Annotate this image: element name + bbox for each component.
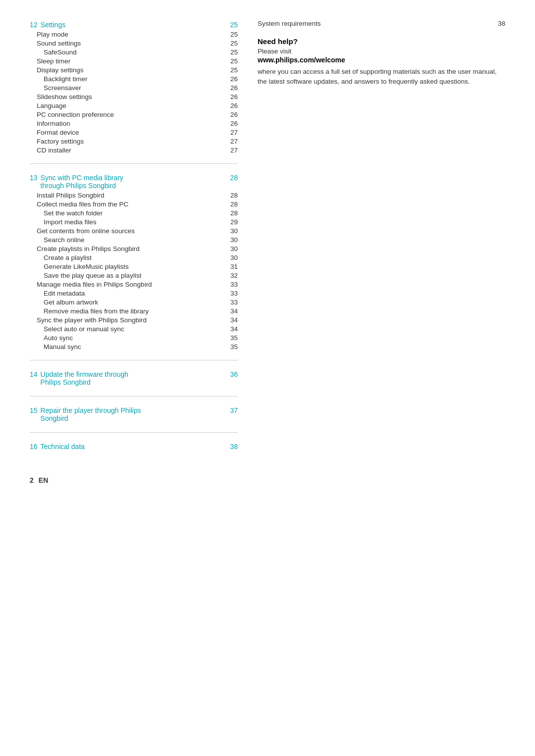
page-layout: 12 Settings 25 Play mode 25 Sound settin… [30,20,505,452]
toc-item-create-playlist: Create a playlist 30 [30,253,238,262]
toc-section-13: 13 Sync with PC media library through Ph… [30,173,238,351]
need-help-please: Please visit [258,48,505,55]
toc-item-manual-sync: Manual sync 35 [30,342,238,351]
toc-item-watch-folder: Set the watch folder 28 [30,208,238,217]
section-15-title: Repair the player through Philips Songbi… [41,406,223,422]
toc-item-select-sync: Select auto or manual sync 34 [30,324,238,333]
system-requirements-page: 38 [490,20,505,27]
section-14-header: 14 Update the firmware through Philips S… [30,369,238,387]
section-12-title: Settings [41,21,223,29]
toc-section-14: 14 Update the firmware through Philips S… [30,369,238,387]
need-help-title: Need help? [258,37,505,46]
section-13-num: 13 [30,174,38,182]
need-help-description: where you can access a full set of suppo… [258,67,505,87]
toc-item-online-sources: Get contents from online sources 30 [30,226,238,235]
toc-item-backlight-timer: Backlight timer 26 [30,74,238,83]
page-footer: 2 EN [30,471,505,484]
system-requirements-label: System requirements [258,20,490,27]
divider-12-13 [30,163,238,164]
toc-item-remove-media: Remove media files from the library 34 [30,306,238,315]
section-15-header: 15 Repair the player through Philips Son… [30,405,238,423]
toc-item-language: Language 26 [30,101,238,110]
toc-item-slideshow: Slideshow settings 26 [30,92,238,101]
section-14-num: 14 [30,370,38,378]
divider-15-16 [30,432,238,433]
toc-item-manage-media: Manage media files in Philips Songbird 3… [30,280,238,289]
toc-item-pc-connection: PC connection preference 26 [30,110,238,119]
toc-item-edit-metadata: Edit metadata 33 [30,289,238,298]
toc-item-play-mode: Play mode 25 [30,30,238,39]
section-12-num: 12 [30,21,38,29]
section-12-header: 12 Settings 25 [30,20,238,30]
toc-item-album-artwork: Get album artwork 33 [30,298,238,306]
section-14-page: 36 [223,370,238,378]
toc-section-16: 16 Technical data 38 [30,442,238,452]
toc-item-create-playlists: Create playlists in Philips Songbird 30 [30,244,238,253]
section-16-header: 16 Technical data 38 [30,442,238,452]
toc-item-save-play-queue: Save the play queue as a playlist 32 [30,271,238,280]
section-16-num: 16 [30,443,38,451]
divider-14-15 [30,396,238,397]
section-15-page: 37 [223,406,238,414]
section-14-title: Update the firmware through Philips Song… [41,370,223,386]
section-13-title: Sync with PC media library through Phili… [41,174,223,190]
footer-language: EN [39,476,48,484]
toc-item-search-online: Search online 30 [30,235,238,244]
section-13-header: 13 Sync with PC media library through Ph… [30,173,238,191]
toc-item-sleep-timer: Sleep timer 25 [30,56,238,65]
toc-item-information: Information 26 [30,119,238,128]
toc-item-safesound: SafeSound 25 [30,48,238,56]
section-16-page: 38 [223,443,238,451]
system-requirements-entry: System requirements 38 [258,20,505,27]
section-16-title: Technical data [41,443,223,451]
toc-section-12: 12 Settings 25 Play mode 25 Sound settin… [30,20,238,154]
toc-item-screensaver: Screensaver 26 [30,83,238,92]
toc-item-sync-player: Sync the player with Philips Songbird 34 [30,315,238,324]
footer-page-number: 2 [30,476,34,484]
toc-item-display-settings: Display settings 25 [30,65,238,74]
section-12-page: 25 [223,21,238,29]
section-15-num: 15 [30,406,38,414]
toc-section-15: 15 Repair the player through Philips Son… [30,405,238,423]
toc-item-format-device: Format device 27 [30,128,238,137]
right-column: System requirements 38 Need help? Please… [258,20,505,452]
toc-item-factory-settings: Factory settings 27 [30,137,238,146]
toc-item-sound-settings: Sound settings 25 [30,39,238,48]
toc-item-generate-likemusic: Generate LikeMusic playlists 31 [30,262,238,271]
section-13-page: 28 [223,174,238,182]
divider-13-14 [30,360,238,360]
toc-item-cd-installer: CD installer 27 [30,146,238,154]
left-column: 12 Settings 25 Play mode 25 Sound settin… [30,20,238,452]
toc-item-install-songbird: Install Philips Songbird 28 [30,191,238,200]
need-help-section: Need help? Please visit www.philips.com/… [258,37,505,87]
toc-item-collect-media: Collect media files from the PC 28 [30,200,238,208]
need-help-url: www.philips.com/welcome [258,56,505,64]
toc-item-import-media: Import media files 29 [30,217,238,226]
toc-item-auto-sync: Auto sync 35 [30,333,238,342]
